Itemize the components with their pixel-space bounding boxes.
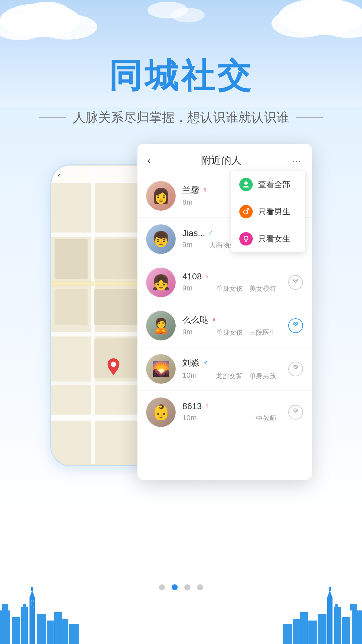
svg-text:‹: ‹ bbox=[58, 171, 60, 179]
user-distance-jias: 9m bbox=[182, 240, 193, 249]
user-name-memo: 么么哒 bbox=[182, 314, 208, 326]
user-name-8613: 8613 bbox=[182, 401, 202, 412]
gender-female-icon: ♀ bbox=[202, 185, 208, 194]
svg-rect-40 bbox=[2, 604, 8, 610]
user-right-memo bbox=[276, 318, 303, 333]
title-section: 同城社交 人脉关系尽归掌握，想认识谁就认识谁 bbox=[0, 54, 362, 126]
user-info-8613: 8613 ♀ 10m 一中教师 bbox=[182, 401, 276, 424]
svg-rect-21 bbox=[94, 289, 140, 325]
svg-marker-62 bbox=[327, 590, 333, 598]
svg-rect-64 bbox=[318, 614, 326, 644]
avatar-memo: 🙎 bbox=[146, 311, 176, 340]
svg-point-28 bbox=[111, 362, 116, 367]
svg-point-4 bbox=[23, 2, 70, 25]
subtitle-line-right bbox=[296, 117, 323, 118]
male-icon bbox=[239, 205, 253, 218]
svg-rect-42 bbox=[21, 607, 28, 644]
gender-female-icon-8613: ♀ bbox=[204, 402, 210, 411]
gender-male-icon-jias: ♂ bbox=[208, 229, 214, 237]
svg-rect-39 bbox=[0, 610, 10, 644]
svg-rect-52 bbox=[31, 600, 32, 602]
svg-point-10 bbox=[171, 8, 204, 22]
svg-rect-50 bbox=[62, 619, 68, 644]
user-distance-lanxin: 8m bbox=[182, 198, 193, 207]
person-all-icon bbox=[239, 178, 253, 191]
svg-rect-43 bbox=[23, 604, 26, 608]
svg-rect-53 bbox=[33, 600, 34, 602]
avatar-4108: 👧 bbox=[146, 268, 176, 297]
svg-rect-41 bbox=[12, 617, 20, 644]
user-item-liumiao[interactable]: 🌄 刘淼 ♂ 10m 龙沙交警 单身男孩 bbox=[137, 347, 312, 391]
user-right-liumiao bbox=[276, 362, 303, 376]
dropdown-male-label: 只看男生 bbox=[258, 206, 290, 217]
svg-point-36 bbox=[244, 236, 248, 240]
user-tags-4108: 单身女孩 美女模特 bbox=[216, 284, 276, 293]
svg-rect-47 bbox=[37, 614, 46, 644]
svg-rect-65 bbox=[308, 621, 317, 644]
subtitle-text: 人脉关系尽归掌握，想认识谁就认识谁 bbox=[73, 109, 289, 126]
dropdown-item-female[interactable]: 只看女生 bbox=[231, 225, 305, 252]
gender-male-icon-liumiao: ♂ bbox=[202, 359, 208, 367]
gender-female-icon-4108: ♀ bbox=[204, 272, 210, 281]
user-info-liumiao: 刘淼 ♂ 10m 龙沙交警 单身男孩 bbox=[182, 357, 276, 381]
dropdown-female-label: 只看女生 bbox=[258, 233, 290, 244]
user-tags-memo: 单身女孩 三院医生 bbox=[216, 328, 276, 337]
svg-rect-48 bbox=[47, 621, 54, 644]
user-info-4108: 4108 ♀ 9m 单身女孩 美女模特 bbox=[182, 271, 276, 294]
svg-rect-56 bbox=[352, 610, 362, 644]
svg-rect-23 bbox=[55, 239, 88, 279]
signal-icon-8613[interactable] bbox=[288, 405, 303, 420]
dropdown-item-all[interactable]: 查看全部 bbox=[231, 171, 305, 198]
gender-female-icon-memo: ♀ bbox=[211, 315, 217, 324]
svg-rect-67 bbox=[293, 619, 300, 644]
signal-icon-memo-active[interactable] bbox=[288, 318, 303, 333]
svg-rect-55 bbox=[33, 607, 34, 608]
svg-rect-51 bbox=[69, 624, 79, 644]
svg-rect-25 bbox=[94, 338, 140, 378]
main-title: 同城社交 bbox=[0, 54, 362, 99]
dropdown-item-male[interactable]: 只看男生 bbox=[231, 198, 305, 225]
user-tags-8613: 一中教师 bbox=[249, 414, 276, 423]
svg-rect-20 bbox=[94, 239, 140, 279]
nearby-title: 附近的人 bbox=[201, 154, 241, 167]
city-skyline bbox=[0, 584, 362, 644]
user-tags-liumiao: 龙沙交警 单身男孩 bbox=[216, 371, 276, 380]
user-item-8613[interactable]: 👶 8613 ♀ 10m 一中教师 bbox=[137, 391, 312, 434]
phone-front: ‹ 附近的人 ··· 查看全部 bbox=[137, 144, 312, 480]
user-right-4108 bbox=[276, 275, 303, 290]
user-right-8613 bbox=[276, 405, 303, 420]
subtitle-line-left bbox=[39, 117, 66, 118]
avatar-lanxin: 👩 bbox=[146, 181, 176, 211]
subtitle: 人脉关系尽归掌握，想认识谁就认识谁 bbox=[0, 109, 362, 126]
back-button[interactable]: ‹ bbox=[147, 155, 150, 166]
signal-icon-4108[interactable] bbox=[288, 275, 303, 290]
svg-rect-61 bbox=[327, 597, 333, 644]
svg-point-8 bbox=[302, 0, 352, 21]
user-name-4108: 4108 bbox=[182, 271, 202, 282]
user-item-memo[interactable]: 🙎 么么哒 ♀ 9m 单身女孩 三院医生 bbox=[137, 304, 312, 347]
svg-rect-54 bbox=[31, 604, 32, 605]
svg-rect-63 bbox=[329, 587, 331, 591]
svg-point-31 bbox=[244, 181, 248, 185]
svg-rect-68 bbox=[283, 624, 292, 644]
user-info-memo: 么么哒 ♀ 9m 单身女孩 三院医生 bbox=[182, 314, 276, 338]
user-item-4108[interactable]: 👧 4108 ♀ 9m 单身女孩 美女模特 bbox=[137, 261, 312, 304]
svg-rect-49 bbox=[54, 612, 62, 644]
user-distance-4108: 9m bbox=[182, 284, 193, 292]
user-name-jias: Jias... bbox=[182, 228, 205, 238]
user-distance-liumiao: 10m bbox=[182, 371, 197, 380]
avatar-jias: 👦 bbox=[146, 224, 176, 254]
nearby-header: ‹ 附近的人 ··· bbox=[137, 144, 312, 174]
svg-rect-57 bbox=[350, 604, 357, 610]
avatar-liumiao: 🌄 bbox=[146, 354, 176, 384]
more-button[interactable]: ··· bbox=[292, 155, 302, 166]
user-distance-8613: 10m bbox=[182, 414, 197, 422]
svg-rect-60 bbox=[335, 604, 338, 608]
female-icon bbox=[239, 232, 253, 246]
svg-rect-66 bbox=[300, 612, 308, 644]
signal-icon-liumiao[interactable] bbox=[288, 362, 303, 376]
svg-rect-46 bbox=[31, 587, 33, 591]
user-name-lanxin: 兰馨 bbox=[182, 184, 200, 196]
user-name-liumiao: 刘淼 bbox=[182, 357, 200, 369]
dropdown-menu: 查看全部 只看男生 bbox=[231, 171, 305, 252]
